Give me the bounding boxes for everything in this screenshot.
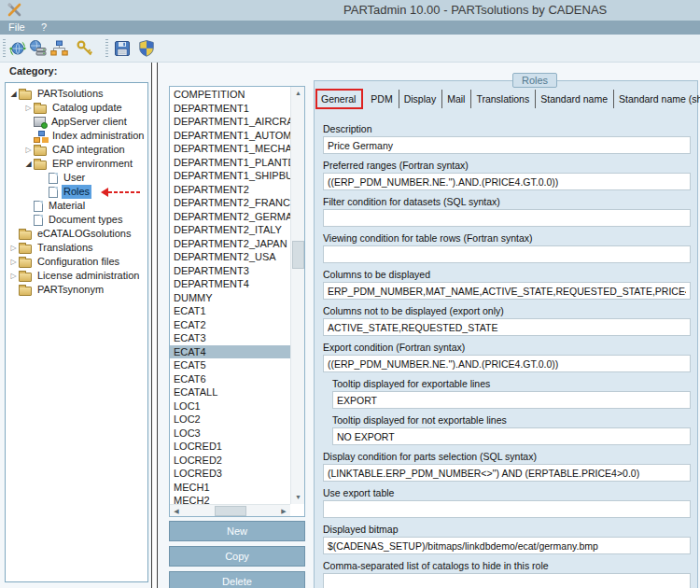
role-list-item[interactable]: LOCRED2 bbox=[170, 454, 290, 468]
catalog-update-button[interactable] bbox=[7, 37, 30, 60]
tree-item-partsolutions[interactable]: ◢PARTsolutions bbox=[6, 87, 147, 101]
role-list-item[interactable]: MECH2 bbox=[170, 494, 290, 504]
tab-display[interactable]: Display bbox=[399, 90, 442, 108]
role-list-item[interactable]: MECH1 bbox=[170, 481, 290, 495]
tree-item-catalog-update[interactable]: ▷Catalog update bbox=[6, 101, 147, 115]
expander-collapsed-icon[interactable]: ▷ bbox=[8, 269, 19, 283]
tree-item-configuration-files[interactable]: ▷Configuration files bbox=[6, 255, 147, 269]
role-list-item[interactable]: ECAT6 bbox=[170, 372, 290, 386]
license-key-button[interactable] bbox=[75, 37, 97, 60]
expander-expanded-icon[interactable]: ◢ bbox=[8, 87, 19, 101]
scroll-up-icon[interactable]: ▲ bbox=[291, 87, 305, 100]
role-list-item[interactable]: ECAT2 bbox=[170, 318, 290, 332]
horizontal-scroll-thumb[interactable] bbox=[215, 506, 246, 516]
role-list-item[interactable]: DEPARTMENT2_ITALY bbox=[170, 223, 290, 237]
role-list-item[interactable]: DEPARTMENT1 bbox=[170, 102, 290, 116]
menu-file[interactable]: File bbox=[8, 21, 25, 35]
input-viewing-condition-for-table-rows-fortran-syntax[interactable] bbox=[323, 245, 691, 263]
input-tooltip-displayed-for-not-exportable-lines[interactable] bbox=[332, 427, 691, 445]
input-display-condition-for-parts-selection-sql-syntax[interactable] bbox=[323, 464, 691, 482]
tree-item-label: Material bbox=[47, 199, 87, 213]
role-list-item[interactable]: DEPARTMENT1_SHIPBUILDIN bbox=[170, 169, 290, 183]
input-displayed-bitmap[interactable] bbox=[323, 537, 691, 554]
vertical-scrollbar[interactable]: ▲ ▼ bbox=[290, 87, 304, 504]
role-list-item[interactable]: DEPARTMENT2_FRANCE bbox=[170, 196, 290, 210]
toolbar-grip[interactable] bbox=[105, 39, 108, 58]
tree-item-appserver-client[interactable]: AppServer client bbox=[6, 115, 147, 129]
field-label: Columns to be displayed bbox=[323, 269, 691, 280]
tree-item-roles[interactable]: Roles bbox=[6, 185, 147, 199]
role-list-item[interactable]: DEPARTMENT1_AIRCRAFT bbox=[170, 115, 290, 129]
role-list-item[interactable]: ECATALL bbox=[170, 385, 290, 399]
role-list-item[interactable]: DUMMY bbox=[170, 291, 290, 305]
tree-item-material[interactable]: Material bbox=[6, 199, 147, 213]
role-list-item[interactable]: DEPARTMENT2_JAPAN bbox=[170, 237, 290, 251]
input-columns-to-be-displayed[interactable] bbox=[323, 282, 691, 300]
menubar: File ? bbox=[0, 21, 700, 35]
field-filter-condition-for-datasets-sql-syntax: Filter condition for datasets (SQL synta… bbox=[323, 196, 691, 227]
tab-pdm[interactable]: PDM bbox=[366, 90, 399, 108]
input-use-export-table[interactable] bbox=[323, 500, 691, 518]
appserver-client-button[interactable] bbox=[28, 37, 50, 60]
toolbar-grip[interactable] bbox=[3, 39, 6, 58]
role-list-item[interactable]: ECAT4 bbox=[170, 345, 290, 359]
expander-collapsed-icon[interactable]: ▷ bbox=[23, 101, 34, 115]
vertical-scroll-thumb[interactable] bbox=[292, 241, 304, 269]
field-label: Displayed bitmap bbox=[323, 524, 691, 535]
tree-item-translations[interactable]: ▷Translations bbox=[6, 241, 147, 255]
tree-item-ecatalogsolutions[interactable]: eCATALOGsolutions bbox=[6, 227, 147, 241]
admin-shield-button[interactable] bbox=[136, 37, 159, 60]
role-list-item[interactable]: DEPARTMENT1_AUTOMOTIV bbox=[170, 129, 290, 143]
expander-collapsed-icon[interactable]: ▷ bbox=[8, 255, 19, 269]
new-button[interactable]: New bbox=[169, 521, 305, 541]
panel-splitter[interactable] bbox=[151, 63, 158, 588]
input-description[interactable] bbox=[323, 136, 691, 154]
role-list-item[interactable]: DEPARTMENT2_GERMANY bbox=[170, 210, 290, 224]
role-list-item[interactable]: LOC3 bbox=[170, 427, 290, 441]
tree-item-license-administration[interactable]: ▷License administration bbox=[6, 269, 147, 283]
tree-item-document-types[interactable]: Document types bbox=[6, 213, 147, 227]
role-list-item[interactable]: DEPARTMENT2 bbox=[170, 183, 290, 197]
expander-expanded-icon[interactable]: ◢ bbox=[23, 157, 34, 171]
input-tooltip-displayed-for-exportable-lines[interactable] bbox=[332, 391, 691, 409]
role-list-item[interactable]: ECAT5 bbox=[170, 358, 290, 372]
tree-item-cad-integration[interactable]: ▷CAD integration bbox=[6, 143, 147, 157]
tab-mail[interactable]: Mail bbox=[442, 90, 471, 108]
tab-translations[interactable]: Translations bbox=[471, 90, 536, 108]
tab-standard-name-short[interactable]: Standard name (short) bbox=[614, 90, 700, 108]
role-list-item[interactable]: ECAT3 bbox=[170, 331, 290, 345]
expander-collapsed-icon[interactable]: ▷ bbox=[8, 241, 19, 255]
tab-standard-name[interactable]: Standard name bbox=[536, 90, 614, 108]
role-list-item[interactable]: DEPARTMENT4 bbox=[170, 277, 290, 291]
horizontal-scrollbar[interactable]: ◀ ▶ bbox=[170, 504, 290, 516]
menu-help[interactable]: ? bbox=[41, 21, 47, 35]
copy-button[interactable]: Copy bbox=[169, 546, 305, 567]
role-list-item[interactable]: LOC2 bbox=[170, 413, 290, 427]
role-list-item[interactable]: LOCRED3 bbox=[170, 467, 290, 481]
role-list-item[interactable]: DEPARTMENT3 bbox=[170, 264, 290, 278]
role-list-item[interactable]: LOC1 bbox=[170, 399, 290, 413]
expander-collapsed-icon[interactable]: ▷ bbox=[23, 143, 34, 157]
role-list-item[interactable]: COMPETITION bbox=[170, 88, 290, 102]
role-list-item[interactable]: DEPARTMENT1_MECHANICA bbox=[170, 142, 290, 156]
tree-item-user[interactable]: User bbox=[6, 171, 147, 185]
tree-item-partsynonym[interactable]: PARTsynonym bbox=[6, 283, 147, 297]
tree-item-erp-environment[interactable]: ◢ERP environment bbox=[6, 157, 147, 171]
input-filter-condition-for-datasets-sql-syntax[interactable] bbox=[323, 209, 691, 227]
role-list-item[interactable]: ECAT1 bbox=[170, 304, 290, 318]
role-list-item[interactable]: LOCRED1 bbox=[170, 440, 290, 454]
tree-item-index-administration[interactable]: Index administration bbox=[6, 129, 147, 143]
scroll-down-icon[interactable]: ▼ bbox=[291, 491, 305, 504]
role-list-item[interactable]: DEPARTMENT2_USA bbox=[170, 250, 290, 264]
input-columns-not-to-be-displayed-export-only[interactable] bbox=[323, 318, 691, 336]
save-button[interactable] bbox=[112, 37, 134, 60]
delete-button[interactable]: Delete bbox=[169, 571, 305, 588]
input-comma-separated-list-of-catalogs-to-hide-in-this-role[interactable] bbox=[323, 573, 691, 588]
role-list-item[interactable]: DEPARTMENT1_PLANTDESIG bbox=[170, 156, 290, 170]
scroll-right-icon[interactable]: ▶ bbox=[277, 505, 290, 517]
input-preferred-ranges-fortran-syntax[interactable] bbox=[323, 173, 691, 190]
tab-general[interactable]: General bbox=[316, 90, 362, 108]
scroll-left-icon[interactable]: ◀ bbox=[170, 505, 183, 517]
input-export-condition-fortran-syntax[interactable] bbox=[323, 355, 691, 372]
index-administration-button[interactable] bbox=[49, 37, 71, 60]
